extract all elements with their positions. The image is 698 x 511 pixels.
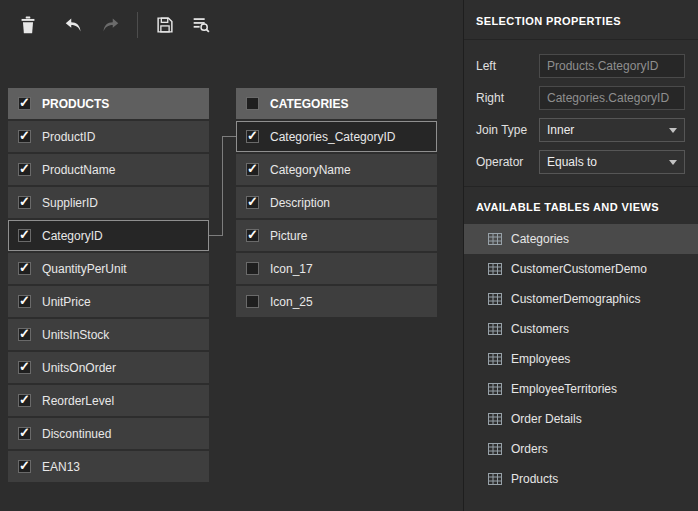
field-checkbox[interactable]: [18, 394, 31, 407]
operator-select[interactable]: Equals to: [539, 150, 685, 174]
categories-table: CATEGORIES Categories_CategoryID Categor…: [236, 88, 437, 319]
table-list-item[interactable]: CustomerDemographics: [464, 284, 698, 314]
table-item-label: CustomerDemographics: [511, 292, 640, 306]
save-button[interactable]: [147, 8, 183, 42]
field-label: Description: [270, 196, 330, 210]
table-grid-icon: [488, 383, 502, 395]
table-item-label: Customers: [511, 322, 569, 336]
field-label: CategoryName: [270, 163, 351, 177]
field-row[interactable]: EAN13: [8, 451, 209, 482]
left-label: Left: [476, 59, 539, 73]
table-item-label: EmployeeTerritories: [511, 382, 617, 396]
categories-field-list: Categories_CategoryID CategoryName Descr…: [236, 121, 437, 317]
table-grid-icon: [488, 293, 502, 305]
table-list-item[interactable]: Products: [464, 464, 698, 494]
field-row[interactable]: Icon_17: [236, 253, 437, 284]
field-row[interactable]: CategoryID: [8, 220, 209, 251]
field-checkbox[interactable]: [246, 163, 259, 176]
selection-properties-form: Left Right Join Type Inner Operator Equa…: [464, 40, 698, 187]
field-row[interactable]: ProductName: [8, 154, 209, 185]
right-label: Right: [476, 91, 539, 105]
field-row[interactable]: Categories_CategoryID: [236, 121, 437, 152]
table-item-label: Orders: [511, 442, 548, 456]
field-checkbox[interactable]: [18, 460, 31, 473]
field-label: ProductName: [42, 163, 115, 177]
join-connector-line[interactable]: [209, 235, 223, 236]
table-grid-icon: [488, 473, 502, 485]
join-connector-line[interactable]: [223, 136, 236, 137]
field-checkbox[interactable]: [18, 328, 31, 341]
field-row[interactable]: Description: [236, 187, 437, 218]
operator-value: Equals to: [547, 155, 597, 169]
table-list-item[interactable]: Customers: [464, 314, 698, 344]
field-row[interactable]: Picture: [236, 220, 437, 251]
field-row[interactable]: Icon_25: [236, 286, 437, 317]
operator-property-row: Operator Equals to: [476, 150, 685, 174]
field-checkbox[interactable]: [18, 229, 31, 242]
table-grid-icon: [488, 263, 502, 275]
field-row[interactable]: QuantityPerUnit: [8, 253, 209, 284]
products-table-header[interactable]: PRODUCTS: [8, 88, 209, 119]
redo-button[interactable]: [92, 8, 128, 42]
right-input[interactable]: [539, 86, 685, 110]
field-row[interactable]: Discontinued: [8, 418, 209, 449]
field-row[interactable]: SupplierID: [8, 187, 209, 218]
field-checkbox[interactable]: [246, 196, 259, 209]
join-type-value: Inner: [547, 123, 574, 137]
table-list-item[interactable]: Employees: [464, 344, 698, 374]
left-input[interactable]: [539, 54, 685, 78]
field-label: EAN13: [42, 460, 80, 474]
field-row[interactable]: UnitsInStock: [8, 319, 209, 350]
field-label: Picture: [270, 229, 307, 243]
field-checkbox[interactable]: [18, 196, 31, 209]
field-checkbox[interactable]: [18, 361, 31, 374]
field-label: UnitsOnOrder: [42, 361, 116, 375]
field-checkbox[interactable]: [246, 295, 259, 308]
join-type-select[interactable]: Inner: [539, 118, 685, 142]
field-checkbox[interactable]: [18, 262, 31, 275]
field-label: Icon_17: [270, 262, 313, 276]
field-label: ReorderLevel: [42, 394, 114, 408]
table-list-item[interactable]: Categories: [464, 224, 698, 254]
field-checkbox[interactable]: [18, 295, 31, 308]
join-type-property-row: Join Type Inner: [476, 118, 685, 142]
table-item-label: Categories: [511, 232, 569, 246]
field-checkbox[interactable]: [18, 427, 31, 440]
field-checkbox[interactable]: [246, 262, 259, 275]
products-header-checkbox[interactable]: [18, 97, 31, 110]
query-builder-canvas: PRODUCTS ProductID ProductName SupplierI…: [0, 0, 698, 511]
field-checkbox[interactable]: [246, 229, 259, 242]
left-property-row: Left: [476, 54, 685, 78]
products-field-list: ProductID ProductName SupplierID Categor…: [8, 121, 209, 482]
redo-icon: [99, 14, 121, 36]
products-table: PRODUCTS ProductID ProductName SupplierI…: [8, 88, 209, 484]
field-checkbox[interactable]: [18, 163, 31, 176]
categories-header-checkbox[interactable]: [246, 97, 259, 110]
available-tables-title: AVAILABLE TABLES AND VIEWS: [464, 187, 698, 224]
field-label: Discontinued: [42, 427, 111, 441]
field-row[interactable]: ProductID: [8, 121, 209, 152]
field-label: UnitsInStock: [42, 328, 109, 342]
categories-table-header[interactable]: CATEGORIES: [236, 88, 437, 119]
delete-button[interactable]: [10, 8, 46, 42]
field-checkbox[interactable]: [246, 130, 259, 143]
join-connector-line[interactable]: [222, 136, 223, 236]
table-list-item[interactable]: EmployeeTerritories: [464, 374, 698, 404]
field-row[interactable]: UnitsOnOrder: [8, 352, 209, 383]
undo-button[interactable]: [56, 8, 92, 42]
table-list-item[interactable]: Orders: [464, 434, 698, 464]
field-checkbox[interactable]: [18, 130, 31, 143]
query-preview-search-icon: [190, 14, 212, 36]
table-item-label: Employees: [511, 352, 570, 366]
table-list-item[interactable]: Order Details: [464, 404, 698, 434]
chevron-down-icon: [669, 160, 677, 165]
field-row[interactable]: ReorderLevel: [8, 385, 209, 416]
join-type-label: Join Type: [476, 123, 539, 137]
field-row[interactable]: UnitPrice: [8, 286, 209, 317]
table-list-item[interactable]: CustomerCustomerDemo: [464, 254, 698, 284]
right-property-row: Right: [476, 86, 685, 110]
products-table-title: PRODUCTS: [42, 97, 109, 111]
field-row[interactable]: CategoryName: [236, 154, 437, 185]
preview-results-button[interactable]: [183, 8, 219, 42]
table-item-label: Order Details: [511, 412, 582, 426]
